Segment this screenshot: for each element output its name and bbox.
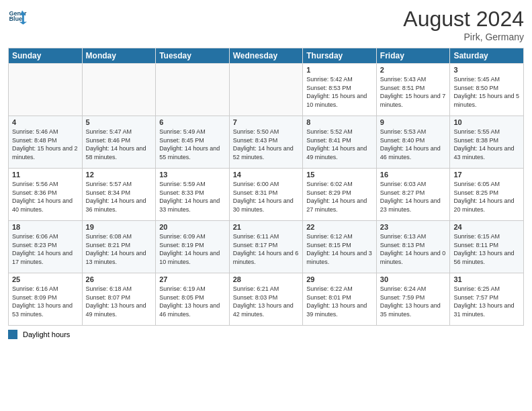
day-number: 13: [159, 171, 226, 179]
day-number: 7: [233, 118, 300, 126]
day-number: 12: [86, 171, 152, 179]
calendar-cell: 10Sunrise: 5:55 AM Sunset: 8:38 PM Dayli…: [450, 116, 524, 169]
day-number: 28: [233, 275, 300, 283]
calendar-cell: 15Sunrise: 6:02 AM Sunset: 8:29 PM Dayli…: [303, 169, 377, 221]
day-number: 21: [233, 223, 300, 231]
calendar-cell: 21Sunrise: 6:11 AM Sunset: 8:17 PM Dayli…: [229, 221, 303, 273]
day-info: Sunrise: 6:05 AM Sunset: 8:25 PM Dayligh…: [453, 180, 520, 214]
day-info: Sunrise: 5:59 AM Sunset: 8:33 PM Dayligh…: [159, 180, 226, 214]
day-number: 17: [453, 171, 520, 179]
calendar-cell: 7Sunrise: 5:50 AM Sunset: 8:43 PM Daylig…: [229, 116, 303, 169]
calendar-header-tuesday: Tuesday: [156, 48, 230, 64]
day-info: Sunrise: 6:02 AM Sunset: 8:29 PM Dayligh…: [306, 180, 373, 214]
day-number: 1: [306, 66, 373, 74]
day-info: Sunrise: 5:49 AM Sunset: 8:45 PM Dayligh…: [159, 128, 226, 161]
calendar-cell: 27Sunrise: 6:19 AM Sunset: 8:05 PM Dayli…: [156, 273, 230, 326]
calendar-cell: 17Sunrise: 6:05 AM Sunset: 8:25 PM Dayli…: [450, 169, 524, 221]
day-number: 23: [380, 223, 447, 231]
day-info: Sunrise: 5:53 AM Sunset: 8:40 PM Dayligh…: [380, 128, 447, 161]
month-title: August 2024: [403, 7, 524, 32]
day-number: 18: [12, 223, 79, 231]
legend-color-box: [8, 330, 17, 339]
day-info: Sunrise: 6:13 AM Sunset: 8:13 PM Dayligh…: [380, 232, 447, 266]
day-info: Sunrise: 6:16 AM Sunset: 8:09 PM Dayligh…: [12, 285, 79, 318]
day-info: Sunrise: 5:47 AM Sunset: 8:46 PM Dayligh…: [86, 128, 152, 161]
day-info: Sunrise: 6:06 AM Sunset: 8:23 PM Dayligh…: [12, 232, 79, 266]
calendar-cell: 2Sunrise: 5:43 AM Sunset: 8:51 PM Daylig…: [376, 64, 450, 116]
day-number: 20: [159, 223, 226, 231]
day-number: 15: [306, 171, 373, 179]
day-number: 26: [86, 275, 152, 283]
calendar-cell: [9, 64, 83, 116]
calendar-cell: 16Sunrise: 6:03 AM Sunset: 8:27 PM Dayli…: [376, 169, 450, 221]
calendar-cell: 8Sunrise: 5:52 AM Sunset: 8:41 PM Daylig…: [303, 116, 377, 169]
calendar-cell: 9Sunrise: 5:53 AM Sunset: 8:40 PM Daylig…: [376, 116, 450, 169]
calendar-header-row: SundayMondayTuesdayWednesdayThursdayFrid…: [9, 48, 524, 64]
day-info: Sunrise: 5:56 AM Sunset: 8:36 PM Dayligh…: [12, 180, 79, 214]
svg-text:Blue: Blue: [9, 15, 22, 22]
calendar-cell: 20Sunrise: 6:09 AM Sunset: 8:19 PM Dayli…: [156, 221, 230, 273]
day-number: 3: [453, 66, 520, 74]
calendar-header-wednesday: Wednesday: [229, 48, 303, 64]
day-info: Sunrise: 6:19 AM Sunset: 8:05 PM Dayligh…: [159, 285, 226, 318]
calendar-header-monday: Monday: [82, 48, 156, 64]
day-number: 24: [453, 223, 520, 231]
day-info: Sunrise: 6:12 AM Sunset: 8:15 PM Dayligh…: [306, 232, 373, 266]
calendar-cell: 4Sunrise: 5:46 AM Sunset: 8:48 PM Daylig…: [9, 116, 83, 169]
calendar-cell: 6Sunrise: 5:49 AM Sunset: 8:45 PM Daylig…: [156, 116, 230, 169]
calendar-cell: 25Sunrise: 6:16 AM Sunset: 8:09 PM Dayli…: [9, 273, 83, 326]
day-number: 25: [12, 275, 79, 283]
day-number: 10: [453, 118, 520, 126]
calendar-cell: 30Sunrise: 6:24 AM Sunset: 7:59 PM Dayli…: [376, 273, 450, 326]
calendar-header-saturday: Saturday: [450, 48, 524, 64]
day-number: 6: [159, 118, 226, 126]
legend: Daylight hours: [8, 330, 524, 339]
logo-icon: General Blue: [8, 7, 27, 26]
day-info: Sunrise: 6:11 AM Sunset: 8:17 PM Dayligh…: [233, 232, 300, 266]
calendar-cell: [156, 64, 230, 116]
day-number: 22: [306, 223, 373, 231]
day-info: Sunrise: 6:15 AM Sunset: 8:11 PM Dayligh…: [453, 232, 520, 266]
day-info: Sunrise: 6:03 AM Sunset: 8:27 PM Dayligh…: [380, 180, 447, 214]
day-info: Sunrise: 5:43 AM Sunset: 8:51 PM Dayligh…: [380, 75, 447, 109]
calendar-cell: 23Sunrise: 6:13 AM Sunset: 8:13 PM Dayli…: [376, 221, 450, 273]
day-info: Sunrise: 6:25 AM Sunset: 7:57 PM Dayligh…: [453, 285, 520, 318]
calendar-cell: 13Sunrise: 5:59 AM Sunset: 8:33 PM Dayli…: [156, 169, 230, 221]
day-number: 5: [86, 118, 152, 126]
logo: General Blue: [8, 7, 27, 26]
day-info: Sunrise: 6:18 AM Sunset: 8:07 PM Dayligh…: [86, 285, 152, 318]
calendar-header-friday: Friday: [376, 48, 450, 64]
calendar-week-5: 25Sunrise: 6:16 AM Sunset: 8:09 PM Dayli…: [9, 273, 524, 326]
calendar-cell: 29Sunrise: 6:22 AM Sunset: 8:01 PM Dayli…: [303, 273, 377, 326]
location: Pirk, Germany: [403, 32, 524, 42]
calendar-cell: 22Sunrise: 6:12 AM Sunset: 8:15 PM Dayli…: [303, 221, 377, 273]
calendar-header-thursday: Thursday: [303, 48, 377, 64]
day-number: 19: [86, 223, 152, 231]
day-info: Sunrise: 5:42 AM Sunset: 8:53 PM Dayligh…: [306, 75, 373, 109]
day-info: Sunrise: 6:21 AM Sunset: 8:03 PM Dayligh…: [233, 285, 300, 318]
day-number: 29: [306, 275, 373, 283]
calendar-cell: [229, 64, 303, 116]
day-info: Sunrise: 5:45 AM Sunset: 8:50 PM Dayligh…: [453, 75, 520, 109]
day-number: 27: [159, 275, 226, 283]
day-info: Sunrise: 5:50 AM Sunset: 8:43 PM Dayligh…: [233, 128, 300, 161]
day-number: 30: [380, 275, 447, 283]
day-number: 11: [12, 171, 79, 179]
calendar-cell: 28Sunrise: 6:21 AM Sunset: 8:03 PM Dayli…: [229, 273, 303, 326]
day-number: 9: [380, 118, 447, 126]
day-info: Sunrise: 5:57 AM Sunset: 8:34 PM Dayligh…: [86, 180, 152, 214]
page-header: General Blue August 2024 Pirk, Germany: [8, 7, 524, 42]
calendar-cell: 18Sunrise: 6:06 AM Sunset: 8:23 PM Dayli…: [9, 221, 83, 273]
day-number: 16: [380, 171, 447, 179]
day-info: Sunrise: 6:24 AM Sunset: 7:59 PM Dayligh…: [380, 285, 447, 318]
day-info: Sunrise: 6:08 AM Sunset: 8:21 PM Dayligh…: [86, 232, 152, 266]
calendar-cell: 12Sunrise: 5:57 AM Sunset: 8:34 PM Dayli…: [82, 169, 156, 221]
legend-label: Daylight hours: [23, 330, 70, 338]
day-number: 14: [233, 171, 300, 179]
calendar-cell: 26Sunrise: 6:18 AM Sunset: 8:07 PM Dayli…: [82, 273, 156, 326]
title-block: August 2024 Pirk, Germany: [403, 7, 524, 42]
day-info: Sunrise: 5:52 AM Sunset: 8:41 PM Dayligh…: [306, 128, 373, 161]
calendar-header-sunday: Sunday: [9, 48, 83, 64]
calendar-cell: 11Sunrise: 5:56 AM Sunset: 8:36 PM Dayli…: [9, 169, 83, 221]
calendar-cell: 3Sunrise: 5:45 AM Sunset: 8:50 PM Daylig…: [450, 64, 524, 116]
